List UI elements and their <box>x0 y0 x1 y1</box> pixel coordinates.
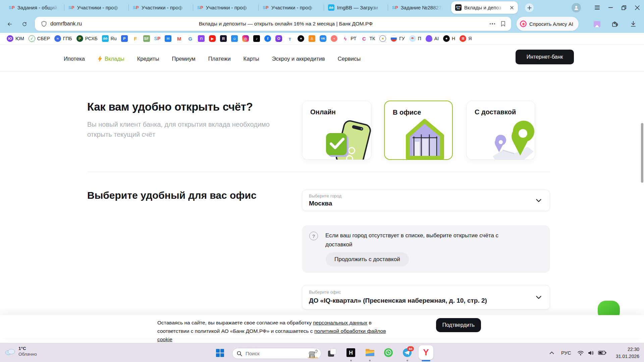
more-actions-icon[interactable] <box>490 23 495 24</box>
whatsapp-button[interactable] <box>384 348 393 357</box>
profile-avatar[interactable] <box>572 3 581 12</box>
bookmark-umbrella-app[interactable]: ☂П <box>409 35 421 42</box>
delivery-info-text: Если ваш город отсутствует в списке, выб… <box>325 231 513 249</box>
site-nav-item[interactable]: Карты <box>244 56 259 62</box>
site-security-shield-icon[interactable] <box>41 21 47 27</box>
close-tab-icon[interactable] <box>510 6 514 10</box>
bookmark-n-star[interactable]: ✦Н <box>443 35 455 42</box>
bookmark-icon[interactable] <box>500 21 506 27</box>
bookmark-imgbb-ru[interactable]: ibbRu <box>102 35 117 42</box>
bookmark-yandex[interactable]: ЯЯ <box>460 35 472 42</box>
reload-button[interactable] <box>20 20 29 28</box>
site-nav-item[interactable]: Платежи <box>208 56 231 62</box>
site-nav-item[interactable]: Премиум <box>172 56 196 62</box>
task-view-button[interactable] <box>327 348 337 357</box>
bookmark-dzen[interactable]: O <box>275 35 282 42</box>
bookmark-star-app[interactable]: ✦ <box>298 35 304 42</box>
tray-chevron-button[interactable] <box>547 351 557 354</box>
browser-tab[interactable]: SPУчастники - проф <box>64 0 129 15</box>
tab-title: Участники - проф <box>206 5 255 10</box>
bookmark-coral-app[interactable]: • <box>331 35 337 42</box>
telegram-button[interactable]: 94 <box>402 348 412 357</box>
browser-tab[interactable]: ibbImgBB — Загрузи <box>324 0 388 15</box>
bookmark-tk[interactable]: CТК <box>361 35 375 42</box>
bookmark-mail[interactable]: ✉ <box>165 35 171 42</box>
browser-tab[interactable]: SPУчастники - проф <box>129 0 193 15</box>
bookmark-rutube[interactable]: R <box>220 35 227 42</box>
bookmark-rt[interactable]: ϟРТ <box>342 35 356 42</box>
confirm-cookies-button[interactable]: Подтвердить <box>436 318 481 332</box>
smiley-messenger-icon: ☺ <box>231 35 238 42</box>
battery-button[interactable] <box>596 351 608 355</box>
continue-with-delivery-button[interactable]: Продолжить с доставкой <box>326 252 409 266</box>
bookmark-smiley-messenger[interactable]: ☺ <box>231 35 238 42</box>
close-window-button[interactable] <box>631 0 644 15</box>
personal-data-link[interactable]: персональных данных <box>313 320 367 325</box>
bookmark-p-service[interactable]: Р <box>121 35 128 42</box>
wifi-button[interactable] <box>576 350 586 356</box>
new-tab-button[interactable] <box>525 3 534 12</box>
bookmark-sf-service[interactable]: SF <box>143 35 150 42</box>
url-text: domrfbank.ru <box>50 21 82 27</box>
card-online[interactable]: Онлайн <box>302 101 372 160</box>
site-nav-item[interactable]: Сервисы <box>338 56 361 62</box>
card-office[interactable]: В офисе <box>384 101 453 160</box>
bookmark-sp-service[interactable]: SP <box>154 36 161 41</box>
yandex-browser-button[interactable]: Y <box>419 345 433 360</box>
rt-icon: ϟ <box>342 35 348 42</box>
back-button[interactable] <box>5 20 14 28</box>
browser-tab[interactable]: SPЗадание №288278 <box>388 0 448 15</box>
office-select[interactable]: Выберите офис ДО «IQ-квартал» (Пресненск… <box>302 285 550 310</box>
site-nav-item[interactable]: Ипотека <box>64 56 85 62</box>
ask-alice-button[interactable]: Спросить Алису AI <box>517 17 579 31</box>
bookmark-t-letter[interactable]: т <box>286 35 293 42</box>
bookmark-alice-ai[interactable]: AI <box>426 35 439 42</box>
bookmark-google[interactable]: G <box>187 35 194 42</box>
downloads-button[interactable] <box>630 20 638 28</box>
card-delivery[interactable]: С доставкой <box>466 101 535 160</box>
close-icon <box>635 5 640 10</box>
browser-tab[interactable]: SPЗадания - общий с <box>5 0 64 15</box>
scrollbar-thumb[interactable] <box>641 123 643 183</box>
h-app-button[interactable]: H <box>346 348 356 357</box>
bookmark-instagram[interactable]: ◎ <box>242 35 249 42</box>
bookmark-facebook[interactable]: f <box>264 35 271 42</box>
start-button[interactable] <box>216 349 224 357</box>
address-field[interactable]: domrfbank.ru Вклады и депозиты — открыть… <box>35 17 511 31</box>
volume-button[interactable] <box>586 350 596 356</box>
bookmark-gmail[interactable]: M <box>176 35 182 42</box>
bookmark-gerb[interactable]: ✶ <box>379 35 386 42</box>
file-explorer-button[interactable] <box>365 348 374 357</box>
bookmark-twitch[interactable]: ⊓ <box>198 35 205 42</box>
restore-button[interactable] <box>617 0 631 15</box>
bookmark-gosuslugi-flag[interactable]: ГУ <box>390 35 405 42</box>
city-select[interactable]: Выберите город Москва <box>302 190 550 211</box>
bookmark-youtube[interactable]: ▶ <box>209 35 216 42</box>
language-indicator[interactable]: РУС <box>557 350 576 356</box>
clock-widget[interactable]: 22:30 31.01.2026 <box>616 346 639 360</box>
bookmark-label: ГПБ <box>63 36 72 41</box>
internet-bank-button[interactable]: Интернет-банк <box>516 50 574 64</box>
bookmark-rshb[interactable]: РРСХБ <box>76 35 98 42</box>
screenshot-tool-button[interactable] <box>592 20 600 28</box>
bookmark-yoomoney[interactable]: ЮЮМ <box>7 35 24 42</box>
delivery-info-box: ? Если ваш город отсутствует в списке, в… <box>302 225 550 273</box>
bookmark-odnoklassniki[interactable]: ♙ <box>309 35 315 42</box>
extensions-button[interactable] <box>611 20 619 28</box>
site-nav-item[interactable]: Кредиты <box>137 56 159 62</box>
browser-tab-active[interactable]: ДОМРФВклады и депоз <box>451 1 518 14</box>
site-nav-item[interactable]: Эскроу и аккредитив <box>272 56 325 62</box>
bookmark-tiktok[interactable]: ♪ <box>253 35 260 42</box>
bookmark-gazprombank[interactable]: ≈ГПБ <box>54 35 72 42</box>
weather-widget[interactable]: 1°C Облачно <box>4 346 37 357</box>
site-nav-active-item[interactable]: Вклады <box>98 56 124 62</box>
browser-tab[interactable]: SPУчастники - проф <box>193 0 259 15</box>
bookmark-vk[interactable]: VK <box>320 35 326 42</box>
bookmark-f-service[interactable]: F <box>132 35 139 42</box>
bookmark-sber[interactable]: ✓СБЕР <box>29 35 50 42</box>
browser-tab[interactable]: SPУчастники - проф <box>259 0 324 15</box>
minimize-button[interactable] <box>604 0 617 15</box>
taskbar-search[interactable] <box>232 348 321 359</box>
browser-menu-button[interactable] <box>590 0 604 15</box>
search-input[interactable] <box>245 350 297 357</box>
